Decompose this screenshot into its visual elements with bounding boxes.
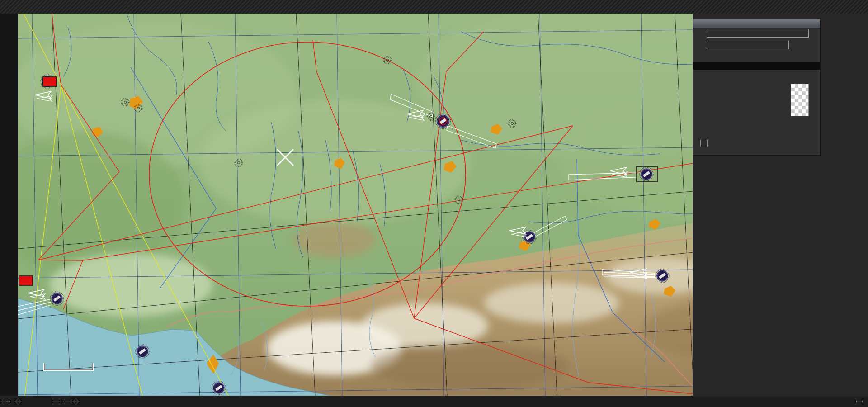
status-bar bbox=[0, 396, 868, 407]
layer-dropdown-icon[interactable] bbox=[7, 401, 10, 402]
layer-select[interactable] bbox=[1, 401, 7, 402]
color-preview-swatch bbox=[791, 84, 809, 116]
mission-datetime bbox=[856, 401, 863, 402]
trigger-zone-header[interactable] bbox=[693, 19, 820, 28]
trigger-zone-window bbox=[693, 19, 821, 156]
map-scale-value bbox=[63, 401, 69, 402]
right-panel-column bbox=[693, 14, 868, 396]
mission-editor-app bbox=[0, 0, 868, 407]
hidden-checkbox[interactable] bbox=[700, 140, 708, 147]
mission-filename bbox=[15, 401, 21, 402]
zone-radius-input[interactable] bbox=[707, 41, 789, 49]
zone-name-input[interactable] bbox=[707, 29, 809, 38]
cursor-mode[interactable] bbox=[73, 401, 79, 402]
left-toolbar bbox=[0, 14, 18, 396]
color-section-header bbox=[693, 62, 820, 70]
menu-bar bbox=[0, 0, 868, 14]
unit-icon-sochi bbox=[19, 276, 33, 285]
alt-value bbox=[53, 401, 59, 402]
unit-icon-maykop bbox=[43, 77, 57, 86]
